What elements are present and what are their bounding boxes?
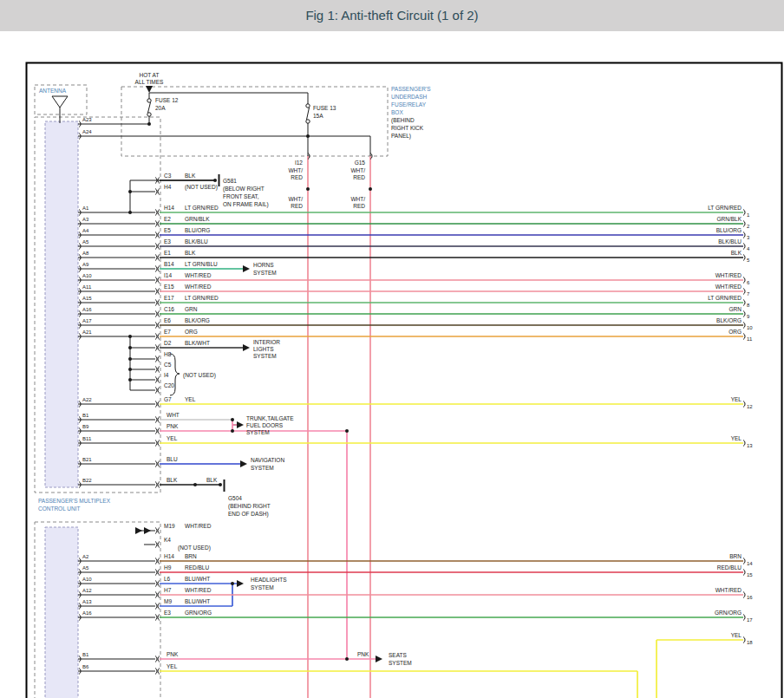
seats-system-1: SEATS	[389, 652, 407, 658]
g504-name: G504	[228, 495, 242, 501]
trunk-arrow	[237, 421, 244, 428]
terminal-number: 4	[747, 246, 750, 251]
interior-lights-1: INTERIOR	[253, 339, 280, 345]
interior-lights-3: SYSTEM	[253, 353, 277, 359]
multiplex-unit-body	[45, 121, 78, 487]
g504-loc-2: END OF DASH)	[228, 511, 269, 518]
pin-label: A12	[82, 588, 92, 593]
trunk-system-3: SYSTEM	[246, 429, 270, 435]
terminal-color: GRN/ORG	[715, 610, 742, 616]
header: Fig 1: Anti-theft Circuit (1 of 2)	[0, 0, 784, 31]
inline-connectors	[155, 178, 160, 675]
terminal-number: 17	[747, 617, 753, 623]
wire-color-label: GRN/BLK	[185, 216, 210, 222]
wire-color-label: BLU/ORG	[185, 227, 210, 233]
conn-id: E17	[164, 295, 174, 301]
wire-color-label: WHT/RED	[185, 523, 212, 529]
conn-id: C20	[164, 382, 174, 388]
pin-label: B6	[82, 664, 89, 669]
i12-pin-label: I12	[295, 160, 303, 166]
wire-color-label: PNK	[167, 423, 179, 429]
wire-color-label: YEL	[167, 663, 178, 669]
pin-label: A8	[82, 251, 89, 256]
pin-label: B22	[82, 478, 92, 483]
seats-system-2: SYSTEM	[389, 660, 412, 666]
horns-system-2: SYSTEM	[253, 270, 277, 276]
m19-feed-arrow-2	[144, 527, 151, 534]
g581-name: G581	[223, 178, 237, 184]
conn-id: G7	[164, 396, 172, 402]
conn-id: C16	[164, 306, 174, 312]
i12-color-1b: RED	[291, 174, 303, 180]
terminal-color: GRN	[729, 306, 742, 312]
m19-feed-arrow-1	[135, 527, 142, 534]
conn-id: I14	[164, 272, 172, 278]
navigation-arrow	[240, 460, 247, 467]
terminal-number: 14	[747, 561, 753, 566]
g15-color-2a: WHT/	[350, 196, 365, 202]
conn-id: L6	[164, 576, 171, 582]
pin-label: A13	[82, 599, 92, 604]
antenna-symbol	[52, 96, 68, 123]
g15-color-1b: RED	[353, 174, 365, 180]
wire-color-label: BLK	[185, 250, 196, 256]
fusebox-name-1: PASSENGER'S	[391, 86, 431, 92]
wire-color-label: BLK	[185, 173, 196, 179]
conn-id: K4	[164, 537, 171, 543]
conn-id: M9	[164, 598, 172, 604]
horns-arrow	[243, 265, 250, 272]
pin-label: A3	[82, 217, 89, 222]
wire-color-label: BRN	[185, 553, 197, 559]
g15-color-1a: WHT/	[350, 167, 365, 173]
wire-color-label: BLK/WHT	[185, 340, 210, 346]
wire-color-label: BLU	[167, 456, 178, 462]
terminal-color: WHT/RED	[715, 272, 742, 278]
wire-color-label: BLK/BLU	[185, 238, 208, 245]
pin-label: A16	[82, 307, 92, 312]
pin-label: A5	[82, 239, 89, 245]
conn-id: H14	[164, 553, 174, 559]
pin-label: A11	[82, 284, 92, 290]
pin-label: B11	[82, 436, 92, 441]
g504-loc-1: (BEHIND RIGHT	[228, 503, 271, 510]
fuse13-label: FUSE 13	[313, 105, 336, 111]
pin-label: A16	[82, 610, 92, 616]
g581-loc-1: (BELOW RIGHT	[223, 186, 265, 192]
headlights-system-1: HEADLIGHTS	[251, 577, 287, 583]
terminal-color: BLK/ORG	[716, 317, 742, 323]
terminal-number: 2	[747, 224, 750, 229]
fuse13-amps: 15A	[313, 113, 323, 119]
terminal-color: BRN	[729, 553, 742, 559]
terminal-number: 13	[747, 443, 753, 448]
pin-label: A1	[82, 205, 89, 211]
pin-label: A21	[82, 329, 92, 335]
wire-color-label: WHT	[167, 412, 180, 418]
interior-lights-arrow	[243, 344, 250, 351]
pin-label: A15	[82, 296, 92, 301]
terminal-number: 16	[747, 595, 753, 600]
wire-color-label: GRN	[185, 306, 198, 312]
not-used-brace	[170, 354, 180, 395]
terminal-number: 3	[747, 235, 750, 240]
terminal-color: WHT/RED	[715, 587, 742, 593]
pin-label-a24: A24	[82, 129, 92, 134]
wire-b6-yel	[160, 671, 637, 698]
conn-id: H14	[164, 205, 174, 211]
i12-color-1a: WHT/	[288, 167, 303, 173]
terminal-number: 11	[747, 336, 753, 342]
pin-label: A9	[82, 262, 89, 267]
pin-label: A17	[82, 318, 92, 323]
multiplex-unit-name-2: CONTROL UNIT	[38, 506, 81, 512]
conn-id: E7	[164, 329, 171, 335]
seats-arrow	[376, 656, 382, 662]
antenna-label: ANTENNA	[39, 88, 67, 94]
wire-color-label: GRN/ORG	[185, 610, 212, 616]
wire-color-label-blk2: BLK	[206, 477, 218, 483]
wire-color-label: PNK	[167, 651, 179, 657]
terminal-number: 10	[747, 325, 753, 330]
terminal-number: 12	[747, 404, 753, 409]
pnk-label-2: PNK	[357, 651, 369, 657]
terminal-color: YEL	[731, 435, 742, 441]
terminal-color: BLU/ORG	[716, 227, 742, 233]
wire-color-label: LT GRN/RED	[185, 295, 219, 301]
